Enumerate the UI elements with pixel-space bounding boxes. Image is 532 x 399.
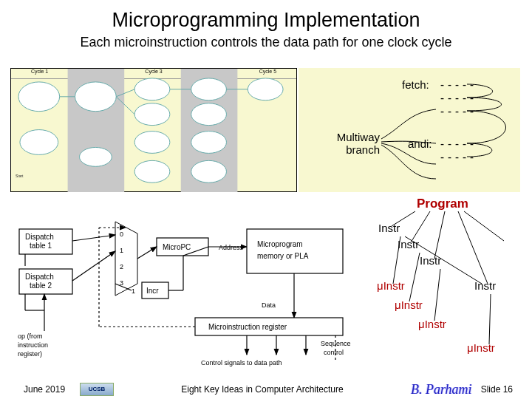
data-label: Data bbox=[262, 301, 276, 309]
uinstr-node: μInstr bbox=[395, 299, 423, 311]
svg-point-7 bbox=[134, 103, 170, 126]
svg-point-9 bbox=[20, 130, 58, 155]
op-label-2: instruction bbox=[18, 341, 48, 349]
svg-line-54 bbox=[434, 269, 440, 321]
footer-title: Eight Key Ideas in Computer Architecture bbox=[114, 384, 411, 395]
svg-point-10 bbox=[80, 147, 112, 166]
mireg-label: Microinstruction register bbox=[208, 323, 287, 331]
memory-label-2: memory or PLA bbox=[257, 252, 309, 260]
svg-line-49 bbox=[434, 211, 445, 259]
slide-number: Slide 16 bbox=[481, 384, 513, 395]
incr-label: Incr bbox=[146, 287, 159, 295]
svg-line-26 bbox=[137, 247, 157, 259]
ucsb-logo: UCSB bbox=[80, 383, 114, 396]
program-tree: Program Instr Instr Instr Instr μInstr μ… bbox=[364, 197, 522, 375]
svg-text:table 1: table 1 bbox=[30, 242, 52, 250]
seqctrl-2: control bbox=[324, 349, 344, 356]
uinstr-node: μInstr bbox=[467, 341, 495, 354]
svg-line-55 bbox=[489, 294, 491, 344]
author-signature: B. Parhami bbox=[411, 382, 472, 398]
svg-point-3 bbox=[75, 82, 117, 112]
memory-label-1: Microprogram bbox=[257, 240, 303, 248]
address-label: Address bbox=[219, 244, 244, 251]
state-diagram: Cycle 1 Cycle 2 Cycle 3 Cycle 4 Cycle 5 … bbox=[10, 68, 297, 192]
microcode-listing: fetch: andi: Multiway branch ----- -----… bbox=[299, 68, 520, 192]
op-label-1: op (from bbox=[18, 332, 43, 340]
svg-line-53 bbox=[409, 253, 420, 301]
uinstr-node: μInstr bbox=[418, 318, 446, 330]
svg-point-14 bbox=[191, 160, 227, 183]
dispatch-1-label: Dispatch bbox=[25, 233, 54, 241]
svg-point-2 bbox=[18, 82, 60, 112]
svg-point-13 bbox=[134, 160, 170, 183]
svg-point-4 bbox=[134, 78, 170, 100]
svg-text:2: 2 bbox=[120, 263, 123, 270]
start-label: Start bbox=[16, 174, 24, 178]
svg-point-12 bbox=[191, 132, 227, 154]
op-label-3: register) bbox=[18, 350, 42, 358]
one-label: 1 bbox=[132, 287, 135, 295]
ctrlsig-label: Control signals to data path bbox=[201, 359, 282, 366]
svg-text:0: 0 bbox=[120, 231, 123, 238]
svg-point-5 bbox=[191, 78, 227, 100]
svg-point-11 bbox=[134, 132, 170, 154]
instr-node: Instr bbox=[378, 222, 400, 234]
instr-node: Instr bbox=[398, 238, 419, 250]
dispatch-2-label: Dispatch bbox=[25, 273, 54, 281]
instr-node: Instr bbox=[420, 254, 441, 267]
instr-node: Instr bbox=[474, 279, 496, 292]
page-subtitle: Each microinstruction controls the data … bbox=[0, 32, 532, 50]
micropc-label: MicroPC bbox=[163, 243, 191, 251]
uinstr-node: μInstr bbox=[377, 279, 405, 292]
footer: June 2019 UCSB Eight Key Ideas in Comput… bbox=[0, 380, 532, 399]
svg-line-24 bbox=[72, 251, 115, 281]
svg-text:table 2: table 2 bbox=[30, 282, 52, 290]
footer-date: June 2019 bbox=[24, 384, 75, 395]
svg-line-51 bbox=[464, 211, 504, 241]
block-diagram: Dispatch table 1 Dispatch table 2 0 1 2 … bbox=[10, 214, 358, 375]
svg-point-6 bbox=[248, 78, 283, 100]
svg-line-23 bbox=[72, 235, 115, 241]
svg-rect-33 bbox=[247, 229, 343, 273]
svg-line-50 bbox=[458, 211, 488, 284]
page-title: Microprogramming Implementation bbox=[0, 0, 532, 32]
svg-text:1: 1 bbox=[120, 247, 123, 254]
seqctrl-1: Sequence bbox=[321, 340, 351, 347]
svg-point-8 bbox=[191, 103, 227, 126]
